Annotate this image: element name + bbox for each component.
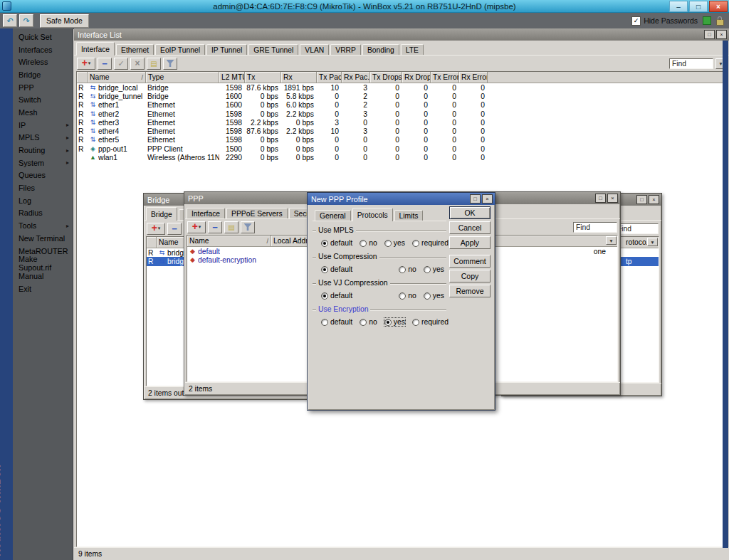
sidebar-item-ip[interactable]: IP ▸ (13, 119, 73, 132)
radio-option[interactable]: yes (384, 239, 405, 247)
undo-button[interactable]: ↶ (3, 14, 17, 27)
find-input[interactable] (669, 58, 713, 69)
radio-option[interactable]: default (321, 265, 352, 273)
tab-lte[interactable]: LTE (401, 44, 424, 56)
sidebar-item-system[interactable]: System ▸ (13, 157, 73, 169)
radio-option[interactable]: yes (384, 318, 405, 326)
interface-row[interactable]: R bridge_local Bridge 1598 87.6 kbps 189… (77, 83, 726, 92)
interface-row[interactable]: R ether3 Ethernet 1598 2.2 kbps 0 bps 3 (77, 118, 726, 127)
apply-button[interactable]: Apply (449, 236, 491, 249)
hide-passwords-checkbox[interactable]: ✓ (631, 16, 641, 26)
disable-button[interactable] (130, 58, 145, 70)
comment-button[interactable]: Comment (449, 255, 491, 268)
col-txe[interactable]: Tx Errors (431, 72, 459, 83)
interface-row[interactable]: R ether2 Ethernet 1598 0 bps 2.2 kbps 0 (77, 110, 726, 118)
tab-eoip-tunnel[interactable]: EoIP Tunnel (155, 44, 205, 56)
radio-option[interactable]: no (360, 239, 377, 247)
dialog-titlebar[interactable]: New PPP Profile □ × (308, 193, 495, 205)
tab-interface[interactable]: Interface (76, 42, 115, 56)
window-titlebar[interactable]: admin@D4:CA:6D:7E:F8:C9 (MikroTik) - Win… (0, 0, 729, 13)
col-rxd[interactable]: Rx Drops (402, 72, 431, 83)
radio-option[interactable]: required (412, 318, 449, 326)
sidebar-item-quick-set[interactable]: Quick Set (13, 31, 73, 43)
interface-row[interactable]: wlan1 Wireless (Atheros 11N) 2290 0 bps … (77, 153, 726, 162)
sidebar-item-ppp[interactable]: PPP (13, 81, 73, 94)
comment-button[interactable] (147, 58, 161, 70)
interface-row[interactable]: R ether5 Ethernet 1598 0 bps 0 bps 0 (77, 136, 726, 144)
maximize-button[interactable]: □ (689, 1, 708, 12)
tab-bonding[interactable]: Bonding (362, 44, 399, 56)
radio-option[interactable]: default (321, 239, 352, 247)
interface-list-titlebar[interactable]: Interface List □ × (74, 28, 729, 41)
tab-gre-tunnel[interactable]: GRE Tunnel (248, 44, 298, 56)
tab-vrrp[interactable]: VRRP (330, 44, 361, 56)
remove-button[interactable] (167, 223, 182, 235)
sidebar-item-radius[interactable]: Radius (13, 207, 73, 220)
add-button[interactable] (77, 58, 95, 70)
sidebar-item-wireless[interactable]: Wireless (13, 56, 73, 68)
radio-option[interactable]: no (399, 292, 416, 300)
ok-button[interactable]: OK (449, 206, 491, 219)
radio-option[interactable]: default (321, 318, 352, 326)
sidebar-item-exit[interactable]: Exit (13, 282, 73, 295)
maximize-button[interactable]: □ (470, 194, 481, 204)
bcol-flag[interactable] (147, 237, 157, 248)
tab-protocols[interactable]: Protocols (352, 208, 393, 221)
find-input[interactable] (614, 223, 659, 234)
close-icon[interactable]: × (482, 194, 493, 204)
col-txp[interactable]: Tx Pac... (317, 72, 342, 83)
radio-option[interactable]: yes (424, 292, 444, 300)
sidebar-item-bridge[interactable]: Bridge (13, 68, 73, 81)
interface-row[interactable]: R ether4 Ethernet 1598 87.6 kbps 2.2 kbp… (77, 127, 726, 135)
col-tx[interactable]: Tx (245, 72, 281, 83)
sidebar-item-files[interactable]: Files (13, 181, 73, 194)
interface-row[interactable]: R ether1 Ethernet 1600 0 bps 6.0 kbps 0 (77, 101, 726, 110)
col-flag[interactable] (77, 72, 88, 83)
radio-option[interactable]: no (399, 265, 416, 273)
tab-general[interactable]: General (315, 210, 351, 221)
sidebar-item-mesh[interactable]: Mesh (13, 106, 73, 119)
remove-button[interactable] (98, 58, 112, 70)
interface-row[interactable]: R ppp-out1 PPP Client 1500 0 bps 0 bps 0 (77, 144, 726, 153)
radio-option[interactable]: default (321, 292, 352, 300)
radio-option[interactable]: yes (424, 265, 444, 273)
sidebar-item-queues[interactable]: Queues (13, 169, 73, 182)
remove-button[interactable] (208, 221, 222, 233)
tab-vlan[interactable]: VLAN (300, 44, 329, 56)
col-txd[interactable]: Tx Drops (370, 72, 402, 83)
sidebar-item-tools[interactable]: Tools ▸ (13, 219, 73, 232)
maximize-button[interactable]: □ (704, 30, 715, 39)
close-icon[interactable]: × (716, 30, 727, 39)
redo-button[interactable]: ↷ (19, 14, 33, 27)
comment-button[interactable] (224, 221, 238, 233)
add-button[interactable] (147, 223, 165, 235)
tab-limits[interactable]: Limits (394, 210, 424, 221)
col-rxp[interactable]: Rx Pac... (342, 72, 370, 83)
filter-button[interactable] (241, 221, 255, 233)
safe-mode-button[interactable]: Safe Mode (40, 14, 89, 28)
col-mtu[interactable]: L2 MTU (219, 72, 245, 83)
sidebar-item-interfaces[interactable]: Interfaces (13, 43, 73, 56)
close-button[interactable]: × (709, 1, 728, 12)
column-select-dropdown-button[interactable]: ▼ (606, 236, 617, 245)
sidebar-item-routing[interactable]: Routing ▸ (13, 144, 73, 157)
maximize-button[interactable]: □ (636, 195, 647, 204)
pcol-name[interactable]: Name (187, 236, 271, 246)
interface-row[interactable]: R bridge_tunnel Bridge 1600 0 bps 5.8 kb… (77, 92, 726, 100)
enable-button[interactable] (114, 58, 128, 70)
maximize-button[interactable]: □ (595, 194, 606, 203)
col-type[interactable]: Type (146, 72, 219, 83)
copy-button[interactable]: Copy (449, 270, 491, 282)
cancel-button[interactable]: Cancel (449, 221, 491, 234)
col-rx[interactable]: Rx (281, 72, 317, 83)
tab-ppp-interface[interactable]: Interface (187, 208, 225, 219)
filter-button[interactable] (163, 58, 177, 70)
minimize-button[interactable]: – (669, 1, 688, 12)
sidebar-item-switch[interactable]: Switch (13, 93, 73, 106)
tab-bridge[interactable]: Bridge (146, 207, 177, 221)
radio-option[interactable]: required (412, 239, 449, 247)
remove-button[interactable]: Remove (449, 285, 491, 297)
sidebar-item-make-supout-rif[interactable]: Make Supout.rif (13, 257, 73, 270)
close-icon[interactable]: × (649, 195, 659, 204)
sidebar-item-new-terminal[interactable]: New Terminal (13, 232, 73, 245)
